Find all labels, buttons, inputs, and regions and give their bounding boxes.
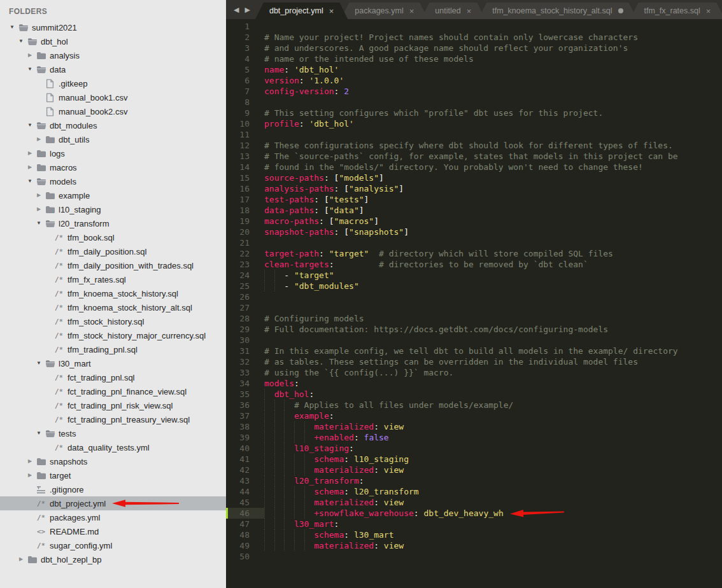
chevron-right-icon[interactable]: ▶ (17, 552, 25, 566)
tree-item-tfm-knoema-stock-history-sql[interactable]: /*tfm_knoema_stock_history.sql (0, 286, 226, 300)
tree-item-tfm-daily-position-with-trades-sql[interactable]: /*tfm_daily_position_with_trades.sql (0, 258, 226, 272)
code-line-22[interactable]: 22target-path: "target" # directory whic… (226, 248, 722, 259)
tree-item-l10-staging[interactable]: ▶l10_staging (0, 202, 226, 216)
tab-modified-dot-icon[interactable] (618, 8, 623, 13)
tree-item-l30-mart[interactable]: ▼l30_mart (0, 356, 226, 370)
tree-item-dbt-modules[interactable]: ▼dbt_modules (0, 118, 226, 132)
code-line-1[interactable]: 1 (226, 21, 722, 32)
code-line-13[interactable]: 13# The `source-paths` config, for examp… (226, 151, 722, 162)
tree-item-dbt-hol[interactable]: ▼dbt_hol (0, 34, 226, 48)
tree-item-macros[interactable]: ▶macros (0, 160, 226, 174)
code-line-8[interactable]: 8 (226, 97, 722, 108)
code-editor[interactable]: 12# Name your project! Project names sho… (226, 19, 722, 588)
code-line-21[interactable]: 21 (226, 237, 722, 248)
code-line-7[interactable]: 7config-version: 2 (226, 86, 722, 97)
code-line-38[interactable]: 38 materialized: view (226, 421, 722, 432)
chevron-down-icon[interactable]: ▼ (25, 118, 34, 132)
chevron-right-icon[interactable]: ▶ (25, 454, 34, 468)
tree-item-tfm-daily-position-sql[interactable]: /*tfm_daily_position.sql (0, 244, 226, 258)
tab-close-icon[interactable]: × (329, 7, 334, 15)
code-line-2[interactable]: 2# Name your project! Project names shou… (226, 32, 722, 43)
code-line-23[interactable]: 23clean-targets: # directories to be rem… (226, 259, 722, 270)
code-line-5[interactable]: 5name: 'dbt_hol' (226, 64, 722, 75)
tree-item-fct-trading-pnl-risk-view-sql[interactable]: /*fct_trading_pnl_risk_view.sql (0, 398, 226, 412)
chevron-down-icon[interactable]: ▼ (34, 216, 43, 230)
tree-item-models[interactable]: ▼models (0, 174, 226, 188)
code-line-24[interactable]: 24 - "target" (226, 270, 722, 281)
tree-item-manual-book1-csv[interactable]: manual_book1.csv (0, 90, 226, 104)
code-line-33[interactable]: 33# using the `{{ config(...) }}` macro. (226, 367, 722, 378)
code-line-14[interactable]: 14# found in the "models/" directory. Yo… (226, 162, 722, 172)
chevron-right-icon[interactable]: ▶ (34, 188, 43, 202)
code-line-15[interactable]: 15source-paths: ["models"] (226, 172, 722, 183)
code-line-12[interactable]: 12# These configurations specify where d… (226, 140, 722, 151)
tree-item-tfm-fx-rates-sql[interactable]: /*tfm_fx_rates.sql (0, 272, 226, 286)
tree-item-analysis[interactable]: ▶analysis (0, 48, 226, 62)
chevron-down-icon[interactable]: ▼ (34, 426, 43, 440)
code-line-30[interactable]: 30 (226, 335, 722, 346)
code-line-34[interactable]: 34models: (226, 378, 722, 389)
tree-item-l20-transform[interactable]: ▼l20_transform (0, 216, 226, 230)
code-line-47[interactable]: 47 l30_mart: (226, 519, 722, 529)
tree-item-example[interactable]: ▶example (0, 188, 226, 202)
code-line-25[interactable]: 25 - "dbt_modules" (226, 281, 722, 291)
code-line-40[interactable]: 40 l10_staging: (226, 443, 722, 454)
code-line-17[interactable]: 17test-paths: ["tests"] (226, 194, 722, 205)
code-line-44[interactable]: 44 schema: l20_transform (226, 486, 722, 497)
code-line-32[interactable]: 32# as tables. These settings can be ove… (226, 356, 722, 367)
code-line-31[interactable]: 31# In this example config, we tell dbt … (226, 346, 722, 356)
chevron-right-icon[interactable]: ▶ (25, 48, 34, 62)
tree-item-summit2021[interactable]: ▼summit2021 (0, 20, 226, 34)
tree-item--gitkeep[interactable]: .gitkeep (0, 76, 226, 90)
chevron-down-icon[interactable]: ▼ (8, 20, 17, 34)
code-line-20[interactable]: 20snapshot-paths: ["snapshots"] (226, 227, 722, 237)
chevron-down-icon[interactable]: ▼ (34, 356, 43, 370)
code-line-45[interactable]: 45 materialized: view (226, 497, 722, 508)
tab-close-icon[interactable]: × (467, 7, 472, 15)
tab-dbt-project-yml[interactable]: dbt_project.yml× (255, 3, 348, 19)
tree-item-tfm-stock-history-major-currency-sql[interactable]: /*tfm_stock_history_major_currency.sql (0, 328, 226, 342)
chevron-down-icon[interactable]: ▼ (25, 62, 34, 76)
code-line-4[interactable]: 4# name or the intended use of these mod… (226, 53, 722, 64)
tab-nav-forward-icon[interactable]: ▶ (244, 6, 250, 13)
tree-item-data[interactable]: ▼data (0, 62, 226, 76)
code-line-16[interactable]: 16analysis-paths: ["analysis"] (226, 183, 722, 194)
chevron-down-icon[interactable]: ▼ (17, 34, 25, 48)
tree-item-tfm-stock-history-sql[interactable]: /*tfm_stock_history.sql (0, 314, 226, 328)
tree-item-data-quality-tests-yml[interactable]: /*data_quality_tests.yml (0, 440, 226, 454)
code-line-29[interactable]: 29# Full documentation: https://docs.get… (226, 324, 722, 335)
code-line-11[interactable]: 11 (226, 129, 722, 140)
tree-item-tfm-knoema-stock-history-alt-sql[interactable]: /*tfm_knoema_stock_history_alt.sql (0, 300, 226, 314)
chevron-right-icon[interactable]: ▶ (25, 468, 34, 482)
tree-item-readme-md[interactable]: <>README.md (0, 524, 226, 538)
code-line-42[interactable]: 42 materialized: view (226, 465, 722, 475)
code-line-6[interactable]: 6version: '1.0.0' (226, 75, 722, 86)
tree-item-tfm-book-sql[interactable]: /*tfm_book.sql (0, 230, 226, 244)
tree-item-logs[interactable]: ▶logs (0, 146, 226, 160)
chevron-right-icon[interactable]: ▶ (34, 132, 43, 146)
code-line-35[interactable]: 35 dbt_hol: (226, 389, 722, 400)
code-line-28[interactable]: 28# Configuring models (226, 313, 722, 324)
code-line-36[interactable]: 36 # Applies to all files under models/e… (226, 400, 722, 410)
tab-nav-back-icon[interactable]: ◀ (234, 6, 239, 13)
tree-item-tfm-trading-pnl-sql[interactable]: /*tfm_trading_pnl.sql (0, 342, 226, 356)
code-line-43[interactable]: 43 l20_transform: (226, 475, 722, 486)
tree-item-dbt-project-yml[interactable]: /*dbt_project.yml (0, 496, 226, 510)
code-line-49[interactable]: 49 materialized: view (226, 540, 722, 551)
tree-item-manual-book2-csv[interactable]: manual_book2.csv (0, 104, 226, 118)
tab-close-icon[interactable]: × (706, 7, 711, 15)
code-line-18[interactable]: 18data-paths: ["data"] (226, 205, 722, 216)
tab-packages-yml[interactable]: packages.yml× (341, 3, 428, 19)
code-line-39[interactable]: 39 +enabled: false (226, 432, 722, 443)
tree-item--gitignore[interactable]: .gitignore (0, 482, 226, 496)
code-line-26[interactable]: 26 (226, 291, 722, 302)
tree-item-fct-trading-pnl-sql[interactable]: /*fct_trading_pnl.sql (0, 370, 226, 384)
code-line-27[interactable]: 27 (226, 302, 722, 313)
tree-item-dbt-utils[interactable]: ▶dbt_utils (0, 132, 226, 146)
code-line-41[interactable]: 41 schema: l10_staging (226, 454, 722, 465)
code-line-48[interactable]: 48 schema: l30_mart (226, 529, 722, 540)
tree-item-sugar-config-yml[interactable]: /*sugar_config.yml (0, 538, 226, 552)
tab-close-icon[interactable]: × (409, 7, 414, 15)
tab-untitled[interactable]: untitled× (421, 3, 485, 19)
code-line-9[interactable]: 9# This setting configures which "profil… (226, 108, 722, 118)
